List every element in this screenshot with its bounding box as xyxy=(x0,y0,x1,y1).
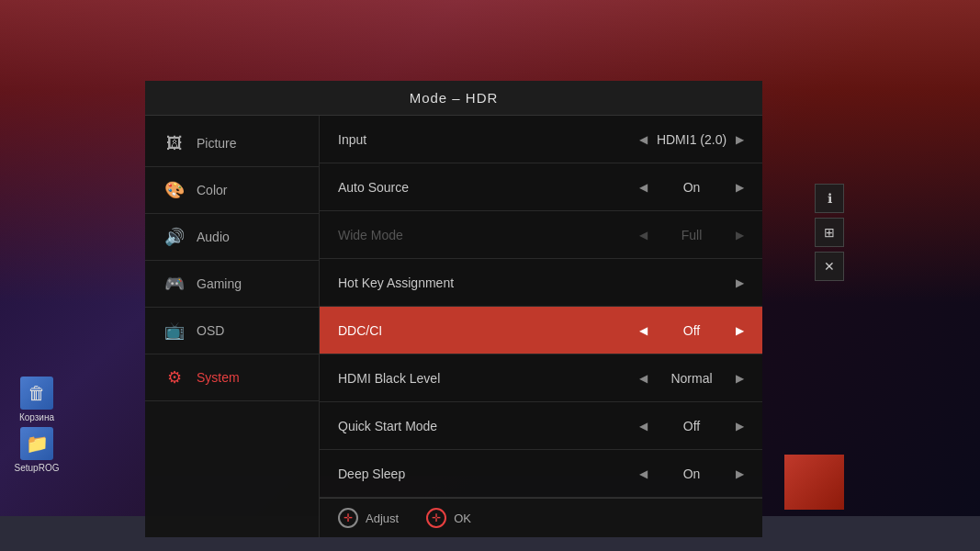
row-value-quick-start: Off xyxy=(655,419,728,433)
osd-content: Input ◀ HDMI1 (2.0) ▶ Auto Source ◀ On ▶… xyxy=(320,116,762,537)
audio-icon: 🔊 xyxy=(163,226,186,248)
left-arrow-wide-mode: ◀ xyxy=(639,229,648,242)
left-arrow-quick-start: ◀ xyxy=(639,420,648,433)
ok-button[interactable]: ✛ OK xyxy=(426,508,471,528)
system-icon: ⚙ xyxy=(163,366,186,388)
row-label-deep-sleep: Deep Sleep xyxy=(338,467,632,481)
sidebar-label-picture: Picture xyxy=(197,136,237,151)
left-arrow-ddc-ci: ◀ xyxy=(639,324,648,337)
sidebar-label-osd: OSD xyxy=(197,323,224,338)
row-label-hot-key: Hot Key Assignment xyxy=(338,276,736,290)
left-arrow-deep-sleep: ◀ xyxy=(639,467,648,480)
desktop-icon-recycle: 🗑 Корзина xyxy=(9,377,64,422)
row-label-input: Input xyxy=(338,132,632,147)
sidebar-item-osd[interactable]: 📺 OSD xyxy=(145,308,319,354)
right-arrow-hdmi-black: ▶ xyxy=(736,372,744,385)
adjust-icon: ✛ xyxy=(338,508,358,528)
adjust-label: Adjust xyxy=(366,512,399,525)
menu-row-hdmi-black[interactable]: HDMI Black Level ◀ Normal ▶ xyxy=(320,354,762,402)
osd-title: Mode – HDR xyxy=(145,81,762,116)
right-arrow-auto-source: ▶ xyxy=(736,181,744,194)
sidebar-item-color[interactable]: 🎨 Color xyxy=(145,167,319,214)
row-label-ddc-ci: DDC/CI xyxy=(338,323,632,338)
grid-icon-btn[interactable]: ⊞ xyxy=(815,218,844,247)
ok-label: OK xyxy=(454,512,471,525)
bottom-bar: ✛ Adjust ✛ OK xyxy=(320,498,762,537)
row-label-quick-start: Quick Start Mode xyxy=(338,419,632,433)
left-arrow-hdmi-black: ◀ xyxy=(639,372,648,385)
row-value-hdmi-black: Normal xyxy=(655,371,728,386)
right-arrow-quick-start: ▶ xyxy=(736,420,744,433)
row-value-auto-source: On xyxy=(655,180,728,195)
osd-sidebar: 🖼 Picture 🎨 Color 🔊 Audio 🎮 Gaming 📺 OSD… xyxy=(145,116,320,537)
row-value-deep-sleep: On xyxy=(655,467,728,481)
left-arrow-auto-source: ◀ xyxy=(639,181,648,194)
sidebar-item-audio[interactable]: 🔊 Audio xyxy=(145,214,319,261)
row-value-wide-mode: Full xyxy=(655,228,728,242)
right-arrow-wide-mode: ▶ xyxy=(736,229,744,242)
sidebar-item-picture[interactable]: 🖼 Picture xyxy=(145,120,319,167)
adjust-button[interactable]: ✛ Adjust xyxy=(338,508,399,528)
menu-row-auto-source[interactable]: Auto Source ◀ On ▶ xyxy=(320,163,762,211)
row-value-ddc-ci: Off xyxy=(655,323,728,338)
thumbnail-preview xyxy=(784,455,844,510)
menu-row-deep-sleep[interactable]: Deep Sleep ◀ On ▶ xyxy=(320,450,762,498)
recycle-icon: 🗑 xyxy=(20,377,53,410)
menu-row-quick-start[interactable]: Quick Start Mode ◀ Off ▶ xyxy=(320,402,762,450)
right-arrow-hot-key: ▶ xyxy=(736,276,744,289)
color-icon: 🎨 xyxy=(163,179,186,201)
sidebar-item-system[interactable]: ⚙ System xyxy=(145,354,319,401)
sidebar-label-color: Color xyxy=(197,183,227,197)
info-icon-btn[interactable]: ℹ xyxy=(815,184,844,213)
side-icon-panel: ℹ ⊞ ✕ xyxy=(815,184,844,281)
row-label-hdmi-black: HDMI Black Level xyxy=(338,371,632,386)
sidebar-item-gaming[interactable]: 🎮 Gaming xyxy=(145,261,319,308)
menu-row-ddc-ci[interactable]: DDC/CI ◀ Off ▶ xyxy=(320,307,762,354)
menu-row-input[interactable]: Input ◀ HDMI1 (2.0) ▶ xyxy=(320,116,762,163)
ok-icon: ✛ xyxy=(426,508,446,528)
right-arrow-ddc-ci: ▶ xyxy=(736,324,744,337)
left-arrow-input: ◀ xyxy=(639,133,648,146)
osd-icon: 📺 xyxy=(163,320,186,342)
row-label-wide-mode: Wide Mode xyxy=(338,228,632,242)
close-icon-btn[interactable]: ✕ xyxy=(815,252,844,281)
menu-row-wide-mode: Wide Mode ◀ Full ▶ xyxy=(320,211,762,259)
desktop-icon-label: Корзина xyxy=(19,412,54,422)
menu-row-hot-key[interactable]: Hot Key Assignment ▶ xyxy=(320,259,762,307)
row-value-input: HDMI1 (2.0) xyxy=(655,132,728,147)
desktop-icons: 🗑 Корзина 📁 SetupROG xyxy=(0,367,147,514)
desktop-icon-label-2: SetupROG xyxy=(15,463,60,473)
right-arrow-deep-sleep: ▶ xyxy=(736,467,744,480)
sidebar-label-system: System xyxy=(197,370,240,385)
folder-icon: 📁 xyxy=(20,427,53,460)
sidebar-label-gaming: Gaming xyxy=(197,276,242,291)
picture-icon: 🖼 xyxy=(163,132,186,154)
desktop-icon-setuprog: 📁 SetupROG xyxy=(9,427,64,473)
right-arrow-input: ▶ xyxy=(736,133,744,146)
osd-body: 🖼 Picture 🎨 Color 🔊 Audio 🎮 Gaming 📺 OSD… xyxy=(145,116,762,537)
osd-panel: Mode – HDR 🖼 Picture 🎨 Color 🔊 Audio 🎮 G… xyxy=(145,81,762,476)
sidebar-label-audio: Audio xyxy=(197,230,230,244)
gaming-icon: 🎮 xyxy=(163,273,186,295)
row-label-auto-source: Auto Source xyxy=(338,180,632,195)
